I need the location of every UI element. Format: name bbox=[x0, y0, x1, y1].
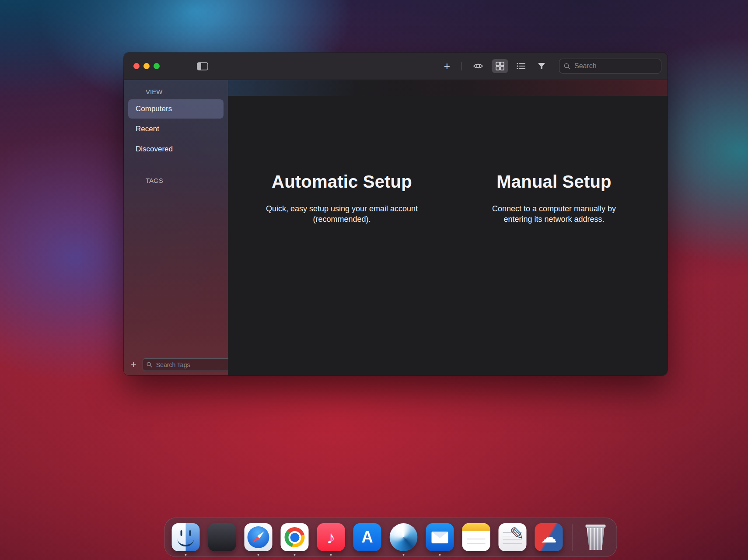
cloud-app-icon: ☁ bbox=[535, 523, 563, 551]
automatic-setup-description: Quick, easy setup using your email accou… bbox=[257, 203, 427, 225]
running-indicator bbox=[185, 554, 187, 556]
list-view-icon[interactable] bbox=[513, 60, 529, 72]
manual-setup-description: Connect to a computer manually by enteri… bbox=[482, 203, 627, 225]
sidebar-item-label: Computers bbox=[136, 105, 172, 113]
cloud-glyph: ☁ bbox=[541, 529, 557, 545]
sidebar-item-recent[interactable]: Recent bbox=[128, 119, 224, 139]
running-indicator bbox=[403, 554, 405, 556]
automatic-setup-option[interactable]: Automatic Setup Quick, easy setup using … bbox=[245, 172, 439, 225]
close-button[interactable] bbox=[133, 63, 140, 69]
content-top-tint bbox=[228, 80, 668, 96]
sidebar-toggle-icon[interactable] bbox=[193, 60, 212, 73]
dock-notes[interactable] bbox=[461, 522, 491, 552]
dock-chrome[interactable] bbox=[280, 522, 310, 552]
dock-cloud-app[interactable]: ☁ bbox=[534, 522, 564, 552]
sidebar: VIEW Computers Recent Discovered TAGS + bbox=[124, 80, 228, 375]
add-computer-button[interactable]: + bbox=[439, 60, 454, 72]
toolbar-divider bbox=[461, 62, 462, 70]
automatic-setup-title: Automatic Setup bbox=[245, 172, 439, 192]
finder-icon bbox=[172, 523, 200, 551]
running-indicator bbox=[330, 554, 332, 556]
music-note-glyph: ♪ bbox=[327, 528, 336, 547]
dock-finder[interactable] bbox=[171, 522, 201, 552]
mail-icon bbox=[426, 523, 454, 551]
running-indicator bbox=[258, 554, 259, 556]
grid-view-icon[interactable] bbox=[492, 59, 508, 73]
dock-mail[interactable] bbox=[425, 522, 455, 552]
trash-icon bbox=[586, 525, 606, 550]
dock-textedit[interactable]: ✎ bbox=[498, 522, 528, 552]
zoom-button[interactable] bbox=[154, 63, 160, 69]
dock-music[interactable]: ♪ bbox=[316, 522, 346, 552]
minimize-button[interactable] bbox=[143, 63, 150, 69]
textedit-icon: ✎ bbox=[499, 523, 527, 551]
dock-separator bbox=[572, 524, 573, 551]
launchpad-icon bbox=[208, 523, 236, 551]
manual-setup-title: Manual Setup bbox=[457, 172, 651, 192]
app-window: + bbox=[124, 52, 668, 375]
tags-search-field[interactable] bbox=[143, 358, 240, 371]
sidebar-item-computers[interactable]: Computers bbox=[128, 99, 224, 119]
pen-glyph: ✎ bbox=[510, 524, 524, 544]
dock-launchpad[interactable] bbox=[207, 522, 237, 552]
toolbar-search-field[interactable] bbox=[559, 59, 661, 74]
sidebar-item-discovered[interactable]: Discovered bbox=[128, 140, 224, 159]
filter-icon[interactable] bbox=[534, 60, 549, 73]
dock-app-store[interactable]: A bbox=[353, 522, 382, 552]
running-indicator bbox=[439, 554, 441, 556]
sidebar-footer: + bbox=[124, 355, 228, 375]
search-input[interactable] bbox=[573, 62, 657, 70]
music-icon: ♪ bbox=[317, 523, 345, 551]
manual-setup-option[interactable]: Manual Setup Connect to a computer manua… bbox=[457, 172, 651, 225]
eye-icon[interactable] bbox=[469, 60, 487, 72]
search-icon bbox=[147, 362, 152, 368]
sidebar-section-tags: TAGS bbox=[124, 177, 228, 188]
sidebar-item-label: Recent bbox=[136, 125, 159, 133]
dock-safari[interactable] bbox=[244, 522, 273, 552]
window-titlebar[interactable]: + bbox=[124, 52, 668, 80]
tags-search-input[interactable] bbox=[155, 361, 236, 369]
chrome-icon bbox=[281, 523, 309, 551]
main-content: Automatic Setup Quick, easy setup using … bbox=[228, 80, 668, 375]
add-tag-button[interactable]: + bbox=[129, 361, 138, 369]
traffic-lights bbox=[133, 63, 160, 69]
notes-icon bbox=[462, 523, 490, 551]
safari-icon bbox=[245, 523, 273, 551]
dock-trash[interactable] bbox=[581, 522, 611, 552]
dock-screens[interactable] bbox=[389, 522, 419, 552]
app-store-icon: A bbox=[353, 523, 381, 551]
screens-icon bbox=[390, 523, 418, 551]
setup-options: Automatic Setup Quick, easy setup using … bbox=[228, 80, 668, 225]
desktop-wallpaper: + bbox=[0, 0, 748, 560]
running-indicator bbox=[294, 554, 296, 556]
app-store-glyph: A bbox=[362, 528, 373, 546]
sidebar-empty-area bbox=[124, 188, 228, 355]
sidebar-section-view: VIEW bbox=[124, 88, 228, 99]
dock: ♪ A ✎ bbox=[164, 518, 617, 557]
sidebar-item-label: Discovered bbox=[136, 145, 173, 154]
search-icon bbox=[564, 63, 570, 70]
